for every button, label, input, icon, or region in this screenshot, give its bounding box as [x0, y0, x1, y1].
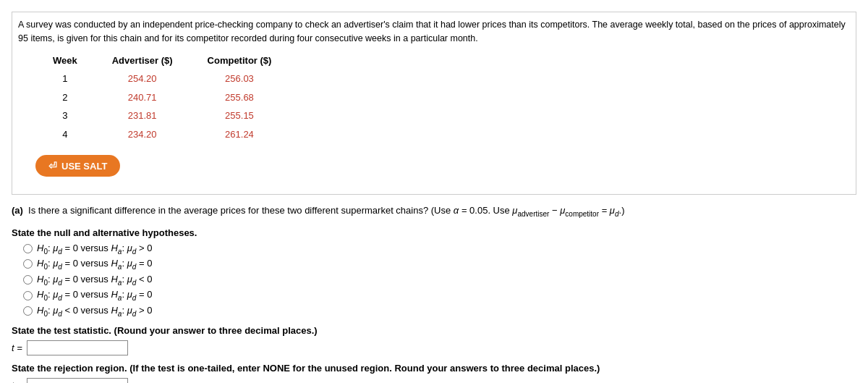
part-a-label: (a) [12, 205, 23, 216]
table-cell-competitor: 255.68 [190, 88, 289, 107]
test-statistic-section: State the test statistic. (Round your an… [12, 325, 856, 355]
salt-icon: ⏎ [48, 160, 57, 172]
hypotheses-radio-group: H0: μd = 0 versus Ha: μd > 0 H0: μd = 0 … [23, 243, 856, 318]
table-cell-competitor: 261.24 [190, 125, 289, 144]
rejection-greater-input[interactable] [27, 378, 128, 383]
intro-text: A survey was conducted by an independent… [12, 12, 856, 195]
test-stat-input-row: t = [12, 340, 856, 355]
table-row: 2240.71255.68 [35, 88, 289, 107]
hypothesis-option-2[interactable]: H0: μd = 0 versus Ha: μd = 0 [23, 258, 856, 271]
col-week: Week [35, 51, 95, 70]
use-salt-button[interactable]: ⏎ USE SALT [35, 155, 120, 177]
intro-paragraph: A survey was conducted by an independent… [18, 20, 846, 43]
rejection-region-section: State the rejection region. (If the test… [12, 363, 856, 383]
table-row: 1254.20256.03 [35, 70, 289, 88]
col-advertiser: Advertiser ($) [95, 51, 190, 70]
hypothesis-radio-3[interactable] [23, 275, 33, 285]
hypothesis-radio-1[interactable] [23, 244, 33, 253]
table-cell-advertiser: 234.20 [95, 125, 190, 144]
data-table: Week Advertiser ($) Competitor ($) 1254.… [35, 51, 289, 144]
hypothesis-radio-5[interactable] [23, 306, 33, 316]
table-cell-competitor: 255.15 [190, 106, 289, 125]
part-a-section: (a) Is there a significant difference in… [12, 203, 856, 383]
table-cell-week: 4 [35, 125, 95, 144]
table-row: 4234.20261.24 [35, 125, 289, 144]
table-cell-week: 1 [35, 70, 95, 88]
part-a-question: (a) Is there a significant difference in… [12, 203, 856, 220]
hypotheses-title: State the null and alternative hypothese… [12, 227, 856, 238]
hypothesis-option-1[interactable]: H0: μd = 0 versus Ha: μd > 0 [23, 243, 856, 256]
test-stat-label: State the test statistic. (Round your an… [12, 325, 856, 336]
hypothesis-radio-2[interactable] [23, 259, 33, 269]
t-greater-label: t > [12, 380, 22, 383]
rejection-label: State the rejection region. (If the test… [12, 363, 856, 374]
hypothesis-radio-4[interactable] [23, 291, 33, 300]
table-cell-advertiser: 231.81 [95, 106, 190, 125]
table-cell-advertiser: 240.71 [95, 88, 190, 107]
hypothesis-option-5[interactable]: H0: μd < 0 versus Ha: μd > 0 [23, 305, 856, 318]
table-row: 3231.81255.15 [35, 106, 289, 125]
rejection-greater-row: t > [12, 378, 856, 383]
table-cell-week: 2 [35, 88, 95, 107]
use-salt-label: USE SALT [61, 161, 107, 172]
table-cell-week: 3 [35, 106, 95, 125]
table-cell-advertiser: 254.20 [95, 70, 190, 88]
test-stat-input[interactable] [27, 340, 128, 355]
hypothesis-option-3[interactable]: H0: μd = 0 versus Ha: μd < 0 [23, 274, 856, 287]
t-equals-label: t = [12, 342, 22, 353]
table-cell-competitor: 256.03 [190, 70, 289, 88]
col-competitor: Competitor ($) [190, 51, 289, 70]
hypotheses-section: State the null and alternative hypothese… [12, 227, 856, 318]
hypothesis-option-4[interactable]: H0: μd = 0 versus Ha: μd = 0 [23, 289, 856, 302]
